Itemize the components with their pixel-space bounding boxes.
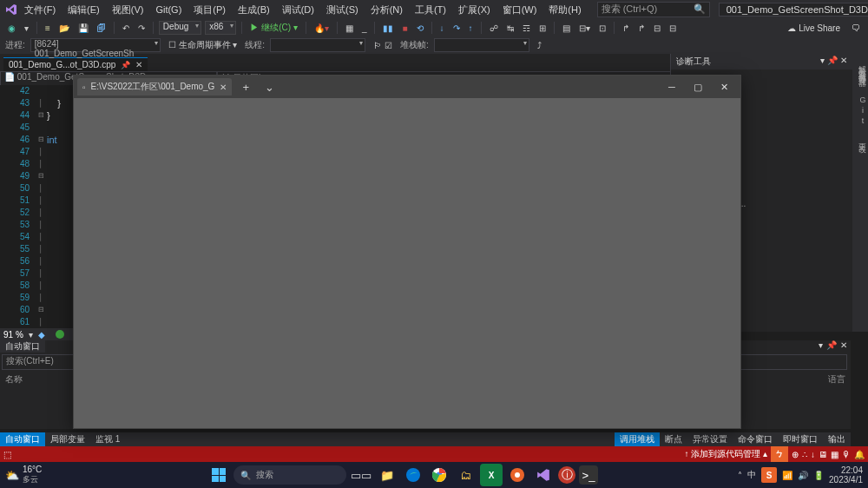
app-newtab-icon[interactable]: + [237, 81, 254, 94]
stackframe-combo[interactable] [434, 38, 529, 52]
app-tab[interactable]: ▫ E:\VS2022工作区\001_Demo_G ✕ [77, 78, 232, 96]
app-minimize-button[interactable]: ─ [659, 77, 685, 96]
folder-icon[interactable]: 🗂 [454, 464, 477, 486]
menu-view[interactable]: 视图(V) [107, 2, 149, 18]
fold-gutter[interactable]: │⊟⊟││⊟││││││││││⊟││ [35, 85, 47, 328]
redo-icon[interactable]: ↷ [135, 23, 148, 34]
tb-icon-g[interactable]: ⊡ [596, 23, 608, 34]
process-combo[interactable]: [8624] 001_Demo_GetScreenSh [30, 38, 161, 52]
config-combo[interactable]: Debug [159, 21, 201, 35]
menu-analyze[interactable]: 分析(N) [365, 2, 408, 18]
tab-watch1[interactable]: 监视 1 [90, 432, 125, 446]
tray-sogou-icon[interactable]: S [761, 467, 777, 483]
explorer-icon[interactable]: 📁 [376, 464, 398, 486]
tb-icon-d[interactable]: ⊞ [536, 23, 549, 34]
tb-icon-h[interactable]: ↱ [620, 23, 632, 34]
app-close-button[interactable]: ✕ [711, 77, 737, 96]
taskview-icon[interactable]: ▭▭ [350, 464, 372, 486]
continue-button[interactable]: ▶ 继续(C) ▾ [247, 21, 299, 35]
tray-wifi-icon[interactable]: 📶 [782, 471, 792, 480]
zoom-dropdown-icon[interactable]: ▾ [29, 330, 33, 340]
panel-close-icon[interactable]: ✕ [840, 340, 847, 353]
menu-extensions[interactable]: 扩展(X) [453, 2, 496, 18]
tab-close-icon[interactable]: ✕ [135, 60, 142, 69]
diag-dropdown-icon[interactable]: ▾ [820, 56, 825, 65]
sb-icon-3[interactable]: ↓ [811, 450, 815, 459]
app-icon-red[interactable]: ⓘ [558, 466, 575, 484]
tab-exceptions[interactable]: 异常设置 [687, 432, 733, 446]
sb-icon-7[interactable]: 🔔 [854, 450, 865, 459]
menu-test[interactable]: 测试(S) [321, 2, 364, 18]
tray-clock[interactable]: 22:04 2023/4/1 [829, 465, 863, 485]
sb-icon-1[interactable]: ⊕ [792, 450, 799, 459]
app-tab-close-icon[interactable]: ✕ [220, 82, 227, 92]
document-tab-active[interactable]: 001_Demo_G...ot_D3D.cpp 📌 ✕ [3, 57, 148, 71]
tray-volume-icon[interactable]: 🔊 [798, 471, 808, 480]
tb-icon-k[interactable]: ⊟ [667, 23, 679, 34]
chrome-icon[interactable] [428, 464, 450, 486]
tb-icon-c[interactable]: ☶ [520, 23, 533, 34]
vs-icon[interactable] [532, 464, 555, 486]
menu-git[interactable]: Git(G) [150, 3, 187, 16]
step-out-icon[interactable]: ↑ [466, 23, 476, 34]
thread-combo[interactable] [270, 38, 365, 52]
tb-icon-2[interactable]: _ [359, 23, 370, 34]
save-icon[interactable]: 💾 [76, 23, 91, 34]
global-search[interactable]: 搜索 (Ctrl+Q)🔍 [597, 2, 710, 17]
tb-icon-i[interactable]: ↱ [635, 23, 648, 34]
issues-icon[interactable]: ◆ [38, 330, 45, 340]
tab-locals[interactable]: 局部变量 [45, 432, 90, 446]
sb-icon-6[interactable]: 🎙 [842, 450, 851, 459]
tb-icon-1[interactable]: ▦ [343, 23, 356, 34]
new-icon[interactable]: ≡ [43, 23, 53, 34]
liveshare-button[interactable]: ☁ Live Share [782, 22, 845, 35]
ime-indicator[interactable]: ㄅ [771, 446, 788, 462]
step-into-icon[interactable]: ↓ [437, 23, 447, 34]
menu-window[interactable]: 窗口(W) [497, 2, 542, 18]
tab-callstack[interactable]: 调用堆栈 [615, 432, 660, 446]
menu-file[interactable]: 文件(F) [19, 2, 61, 18]
autos-tab-title[interactable]: 自动窗口 [0, 340, 45, 353]
weather-widget[interactable]: ⛅ 16°C 多云 [5, 465, 42, 485]
tab-command[interactable]: 命令窗口 [733, 432, 778, 446]
app-titlebar[interactable]: ▫ E:\VS2022工作区\001_Demo_G ✕ + ⌄ ─ ▢ ✕ [74, 76, 740, 98]
tb-icon-a[interactable]: ☍ [487, 23, 501, 34]
tb-icon-e[interactable]: ▤ [560, 23, 573, 34]
running-app-window[interactable]: ▫ E:\VS2022工作区\001_Demo_G ✕ + ⌄ ─ ▢ ✕ [73, 75, 741, 429]
restart-button[interactable]: ⟲ [414, 23, 426, 34]
edge-icon[interactable] [402, 464, 424, 486]
menu-edit[interactable]: 编辑(E) [62, 2, 105, 18]
tab-immediate[interactable]: 即时窗口 [778, 432, 823, 446]
menu-tools[interactable]: 工具(T) [410, 2, 451, 18]
tb-icon-j[interactable]: ⊟ [651, 23, 663, 34]
tb-icon-b[interactable]: ↹ [504, 23, 516, 34]
tab-output[interactable]: 输出 [823, 432, 851, 446]
menu-debug[interactable]: 调试(D) [277, 2, 319, 18]
menu-project[interactable]: 项目(P) [188, 2, 231, 18]
system-tray[interactable]: ˄ 中 S 📶 🔊 🔋 22:04 2023/4/1 [738, 465, 863, 485]
excel-icon[interactable]: X [480, 464, 503, 486]
zoom-level[interactable]: 91 % [3, 330, 23, 340]
app-maximize-button[interactable]: ▢ [685, 77, 711, 96]
platform-combo[interactable]: x86 [205, 21, 236, 35]
open-icon[interactable]: 📂 [56, 23, 72, 34]
sb-icon-2[interactable]: ∴ [802, 450, 807, 459]
add-source-control[interactable]: ↑ 添加到源代码管理 ▴ [684, 448, 767, 460]
panel-pin-icon[interactable]: 📌 [826, 340, 837, 353]
tray-battery-icon[interactable]: 🔋 [813, 471, 824, 480]
pin-icon[interactable]: 📌 [121, 61, 130, 69]
pause-button[interactable]: ▮▮ [380, 23, 396, 34]
hot-reload-icon[interactable]: 🔥▾ [312, 23, 332, 34]
diag-close-icon[interactable]: ✕ [840, 56, 847, 65]
saveall-icon[interactable]: 🗐 [95, 23, 108, 34]
solution-explorer-strip[interactable]: 解决方案资源管理器 Git 更改 [852, 54, 868, 332]
menu-help[interactable]: 帮助(H) [543, 2, 586, 18]
tab-autos[interactable]: 自动窗口 [0, 432, 45, 446]
panel-dropdown-icon[interactable]: ▾ [819, 340, 823, 353]
sb-icon-4[interactable]: 🖥 [819, 450, 827, 459]
tab-breakpoints[interactable]: 断点 [660, 432, 687, 446]
tray-chevron-icon[interactable]: ˄ [738, 471, 742, 480]
solution-name[interactable]: 001_Demo_GetScreenShot_D3D [719, 3, 868, 16]
chrome-canary-icon[interactable] [506, 464, 529, 486]
tray-ime-icon[interactable]: 中 [747, 469, 756, 481]
